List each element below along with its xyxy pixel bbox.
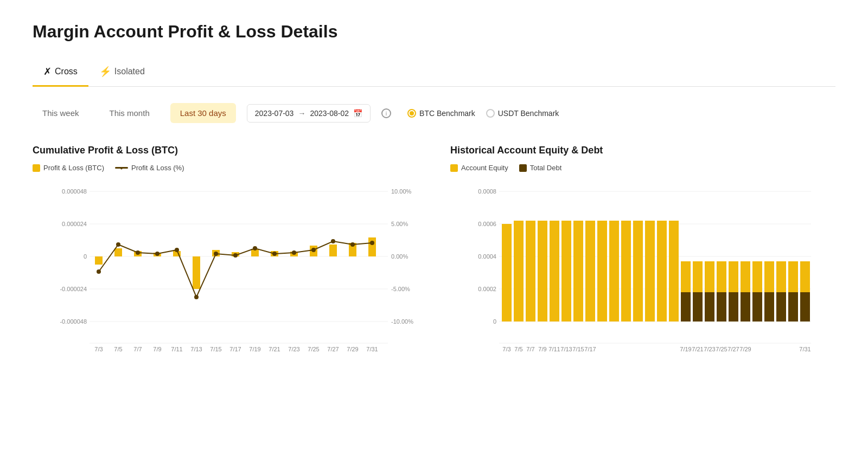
equity-chart-section: Historical Account Equity & Debt Account… [450,145,835,354]
equity-legend-item: Account Equity [450,164,508,172]
usdt-radio[interactable] [486,109,495,118]
svg-rect-107 [788,292,798,321]
pnl-chart-section: Cumulative Profit & Loss (BTC) Profit & … [33,145,418,354]
equity-svg: 0.0008 0.0006 0.0004 0.0002 0 [450,181,835,354]
svg-text:7/19: 7/19 [249,346,260,352]
tab-isolated[interactable]: ⚡ Isolated [88,58,156,87]
pnl-chart-container: 0.000048 0.000024 0 -0.000024 -0.000048 … [33,181,418,354]
svg-point-31 [97,269,101,274]
svg-text:0: 0 [493,318,496,325]
pnl-legend: Profit & Loss (BTC) Profit & Loss (%) [33,164,418,172]
svg-rect-99 [693,292,703,321]
svg-rect-106 [776,292,786,321]
calendar-icon[interactable]: 📅 [353,109,362,118]
svg-rect-103 [741,292,750,321]
svg-text:7/29: 7/29 [347,346,358,352]
debt-legend-box [519,164,527,172]
svg-text:0.000024: 0.000024 [62,221,87,227]
svg-text:7/9: 7/9 [538,346,546,352]
svg-text:7/23: 7/23 [288,346,299,352]
svg-text:7/5: 7/5 [114,346,122,352]
svg-text:-10.00%: -10.00% [391,318,413,325]
svg-text:7/3: 7/3 [502,346,510,352]
tab-isolated-label: Isolated [114,67,145,76]
svg-point-38 [233,253,238,258]
svg-text:7/11: 7/11 [548,346,560,352]
svg-rect-108 [800,292,810,321]
svg-text:7/23: 7/23 [704,346,715,352]
svg-point-42 [311,248,316,252]
svg-point-41 [292,250,296,255]
svg-text:0.0002: 0.0002 [478,286,496,292]
svg-rect-101 [717,292,726,321]
pnl-btc-legend-label: Profit & Loss (BTC) [43,164,104,172]
page-title: Margin Account Profit & Loss Details [33,22,835,42]
svg-rect-80 [597,221,607,321]
svg-point-44 [350,242,355,247]
svg-text:-0.000048: -0.000048 [60,318,87,325]
svg-rect-28 [329,245,337,256]
btc-radio[interactable] [407,109,416,118]
usdt-benchmark-option[interactable]: USDT Benchmark [486,109,559,118]
info-icon[interactable]: i [381,108,391,118]
svg-rect-104 [752,292,762,321]
this-week-btn[interactable]: This week [33,103,89,123]
svg-rect-72 [502,224,512,321]
svg-text:7/15: 7/15 [210,346,221,352]
equity-legend: Account Equity Total Debt [450,164,835,172]
debt-legend-label: Total Debt [530,164,562,172]
svg-text:7/21: 7/21 [269,346,280,352]
svg-text:7/7: 7/7 [133,346,142,352]
svg-text:7/5: 7/5 [514,346,522,352]
svg-rect-78 [573,221,583,321]
svg-text:7/3: 7/3 [94,346,103,352]
svg-text:7/13: 7/13 [560,346,572,352]
svg-point-35 [175,248,179,252]
equity-legend-box [450,164,458,172]
debt-legend-item: Total Debt [519,164,562,172]
svg-rect-98 [681,292,691,321]
svg-text:0.0004: 0.0004 [478,253,496,260]
isolated-icon: ⚡ [99,66,111,78]
svg-point-37 [214,252,218,256]
svg-text:7/31: 7/31 [799,346,810,352]
svg-text:7/15: 7/15 [572,346,584,352]
svg-text:7/27: 7/27 [327,346,339,352]
svg-point-36 [194,295,199,299]
svg-rect-77 [561,221,571,321]
svg-text:7/17: 7/17 [584,346,596,352]
last-30-days-btn[interactable]: Last 30 days [170,103,236,123]
btc-benchmark-option[interactable]: BTC Benchmark [407,109,475,118]
equity-chart-title: Historical Account Equity & Debt [450,145,835,156]
svg-text:7/17: 7/17 [229,346,241,352]
pnl-pct-legend-line [115,167,128,169]
svg-rect-100 [705,292,714,321]
svg-rect-16 [95,256,103,265]
tab-cross[interactable]: ✗ Cross [33,58,88,87]
svg-rect-30 [368,237,376,256]
this-month-btn[interactable]: This month [100,103,159,123]
usdt-benchmark-label: USDT Benchmark [498,109,559,118]
svg-text:7/27: 7/27 [727,346,739,352]
svg-text:7/25: 7/25 [308,346,319,352]
svg-text:10.00%: 10.00% [391,188,412,195]
pnl-btc-legend: Profit & Loss (BTC) [33,164,104,172]
svg-point-39 [253,246,257,250]
date-range-picker[interactable]: 2023-07-03 → 2023-08-02 📅 [247,104,371,123]
arrow-icon: → [298,109,305,118]
svg-rect-21 [193,256,200,289]
svg-text:0.00%: 0.00% [391,253,408,260]
date-to: 2023-08-02 [310,109,349,118]
svg-rect-105 [764,292,774,321]
svg-rect-84 [645,221,655,321]
btc-benchmark-label: BTC Benchmark [419,109,475,118]
svg-rect-74 [526,221,535,321]
svg-text:0.0006: 0.0006 [478,221,496,227]
svg-text:0.000048: 0.000048 [62,188,87,195]
svg-text:7/11: 7/11 [171,346,182,352]
pnl-pct-legend-label: Profit & Loss (%) [131,164,184,172]
svg-point-33 [136,250,140,255]
svg-rect-73 [514,221,524,321]
equity-legend-label: Account Equity [461,164,508,172]
svg-point-45 [370,241,374,245]
